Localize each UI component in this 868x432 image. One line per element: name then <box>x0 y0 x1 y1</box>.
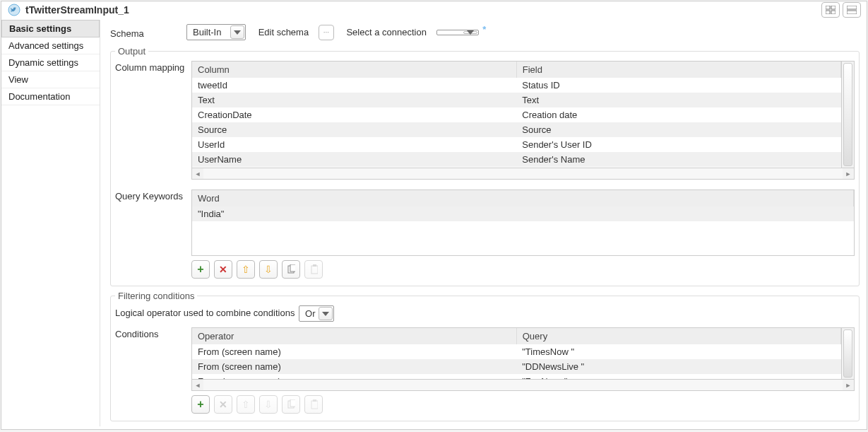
column-mapping-table[interactable]: Column Field tweetIdStatus ID TextText C… <box>191 61 842 168</box>
sidebar-item-basic-settings[interactable]: Basic settings <box>1 20 100 37</box>
column-header-word: Word <box>192 190 854 206</box>
plus-icon: + <box>197 263 203 276</box>
scrollbar-vertical[interactable] <box>842 61 855 168</box>
required-marker: * <box>482 24 486 35</box>
arrow-up-icon: ⇧ <box>242 264 250 275</box>
edit-schema-button[interactable]: ··· <box>319 25 334 40</box>
x-icon: ✕ <box>219 264 227 275</box>
svg-rect-8 <box>290 264 295 272</box>
table-row: From (screen name)"DDNewsLive " <box>192 359 841 374</box>
svg-rect-13 <box>311 401 318 409</box>
delete-row-button[interactable]: ✕ <box>214 260 232 279</box>
copy-icon <box>287 399 295 409</box>
twitter-icon <box>7 3 21 17</box>
paste-icon <box>309 399 318 409</box>
conditions-label: Conditions <box>115 327 191 339</box>
table-row: SourceSource <box>192 122 841 137</box>
header: tTwitterStreamInput_1 <box>1 1 867 20</box>
query-keywords-label: Query Keywords <box>115 189 191 202</box>
select-connection-label: Select a connection <box>346 27 426 37</box>
table-row: CreationDateCreation date <box>192 107 841 122</box>
copy-row-button[interactable] <box>282 260 300 279</box>
arrow-down-icon: ⇩ <box>264 264 273 275</box>
scrollbar-horizontal[interactable]: ◄► <box>191 168 855 180</box>
table-row: TextText <box>192 93 841 107</box>
move-up-button[interactable]: ⇧ <box>237 260 255 279</box>
sidebar-item-documentation[interactable]: Documentation <box>1 88 100 105</box>
edit-schema-label: Edit schema <box>258 27 309 37</box>
plus-icon: + <box>197 398 203 411</box>
column-header-query: Query <box>516 328 840 344</box>
component-title: tTwitterStreamInput_1 <box>25 4 821 16</box>
output-legend: Output <box>115 46 148 57</box>
copy-row-button[interactable] <box>282 395 300 414</box>
move-down-button[interactable]: ⇩ <box>259 260 278 279</box>
logical-operator-value: Or <box>305 308 315 319</box>
query-keywords-table[interactable]: Word "India" <box>191 189 855 256</box>
conditions-table[interactable]: Operator Query From (screen name)"TimesN… <box>191 327 842 380</box>
x-icon: ✕ <box>219 399 227 410</box>
main-content: Schema Built-In Edit schema ··· Select a… <box>100 20 867 426</box>
chevron-down-icon <box>319 307 333 320</box>
svg-rect-2 <box>831 6 836 9</box>
svg-rect-10 <box>313 264 316 267</box>
arrow-up-icon: ⇧ <box>242 399 250 410</box>
logical-operator-label: Logical operator used to combine conditi… <box>115 308 295 318</box>
svg-rect-4 <box>831 11 836 14</box>
svg-rect-6 <box>847 11 857 14</box>
paste-icon <box>309 264 318 274</box>
column-mapping-label: Column mapping <box>115 61 191 73</box>
table-row: UserIdSender's User ID <box>192 137 841 152</box>
svg-rect-1 <box>826 6 830 9</box>
paste-row-button[interactable] <box>304 260 323 279</box>
view-list-button[interactable] <box>843 2 861 18</box>
delete-row-button[interactable]: ✕ <box>214 395 232 414</box>
sidebar-item-dynamic-settings[interactable]: Dynamic settings <box>1 54 100 71</box>
scrollbar-horizontal[interactable]: ◄► <box>191 380 855 391</box>
table-row: tweetIdStatus ID <box>192 78 841 93</box>
schema-value: Built-In <box>193 27 221 37</box>
component-panel: tTwitterStreamInput_1 Basic settings Adv… <box>1 1 867 430</box>
move-up-button[interactable]: ⇧ <box>237 395 255 414</box>
chevron-down-icon <box>230 25 244 39</box>
add-row-button[interactable]: + <box>191 395 210 414</box>
settings-sidebar: Basic settings Advanced settings Dynamic… <box>1 20 100 426</box>
schema-select[interactable]: Built-In <box>186 24 246 40</box>
column-header-operator: Operator <box>192 328 516 344</box>
table-row: From (screen name)"ZeeNews" <box>192 374 841 380</box>
schema-label: Schema <box>110 24 186 39</box>
paste-row-button[interactable] <box>304 395 323 414</box>
column-header-field: Field <box>516 62 840 78</box>
connection-select[interactable] <box>436 30 479 35</box>
column-header-column: Column <box>192 62 516 78</box>
table-row: UserNameSender's Name <box>192 152 841 167</box>
sidebar-item-view[interactable]: View <box>1 71 100 88</box>
output-fieldset: Output Column mapping Column Field <box>110 46 860 286</box>
move-down-button[interactable]: ⇩ <box>259 395 278 414</box>
scrollbar-vertical[interactable] <box>842 327 855 380</box>
copy-icon <box>287 264 295 274</box>
svg-rect-3 <box>826 11 830 14</box>
filtering-legend: Filtering conditions <box>115 291 197 301</box>
svg-rect-5 <box>847 6 857 9</box>
table-row: "India" <box>192 206 854 221</box>
chevron-down-icon <box>463 31 477 34</box>
arrow-down-icon: ⇩ <box>264 399 273 410</box>
svg-rect-14 <box>313 399 316 402</box>
add-row-button[interactable]: + <box>191 260 210 279</box>
sidebar-item-advanced-settings[interactable]: Advanced settings <box>1 37 100 54</box>
view-grid-button[interactable] <box>821 2 840 18</box>
table-row: From (screen name)"TimesNow " <box>192 344 841 359</box>
svg-rect-12 <box>290 399 295 407</box>
filtering-fieldset: Filtering conditions Logical operator us… <box>110 291 860 421</box>
logical-operator-select[interactable]: Or <box>299 305 334 322</box>
svg-rect-9 <box>311 266 318 274</box>
